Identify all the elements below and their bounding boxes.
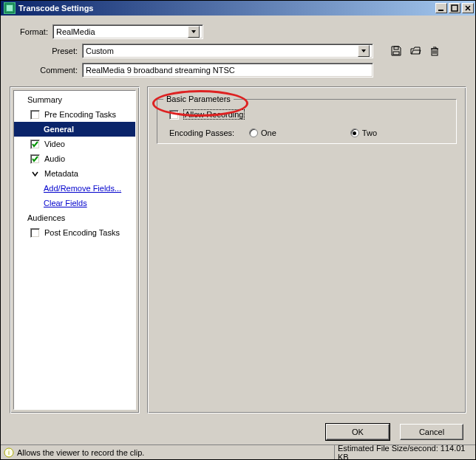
dialog-buttons: OK Cancel <box>1 419 475 444</box>
allow-recording-label[interactable]: Allow Recording <box>183 109 245 120</box>
chevron-down-icon[interactable] <box>30 169 40 179</box>
sidebar-panel: Summary Pre Encoding Tasks General Video <box>10 86 140 413</box>
close-button[interactable] <box>462 3 474 13</box>
minimize-button[interactable] <box>435 3 447 13</box>
titlebar: Transcode Settings <box>1 1 475 16</box>
format-select[interactable]: RealMedia <box>52 24 203 39</box>
sidebar-item-summary[interactable]: Summary <box>14 92 135 107</box>
save-icon[interactable] <box>390 44 403 58</box>
status-bar: i Allows the viewer to record the clip. … <box>1 444 475 459</box>
svg-rect-4 <box>394 47 398 49</box>
format-label: Format: <box>10 27 52 36</box>
info-icon: i <box>4 447 14 458</box>
preset-value: Custom <box>86 47 114 55</box>
svg-rect-2 <box>438 10 443 11</box>
comment-value: RealMedia 9 broadband streaming NTSC <box>86 66 235 75</box>
sidebar-item-video[interactable]: Video <box>14 137 135 151</box>
checkbox-video[interactable] <box>30 140 40 149</box>
svg-rect-1 <box>7 5 13 11</box>
preset-label: Preset: <box>10 47 82 55</box>
delete-icon[interactable] <box>428 44 441 58</box>
window-title: Transcode Settings <box>18 4 434 13</box>
dropdown-arrow-icon <box>188 26 200 38</box>
sidebar-item-audio[interactable]: Audio <box>14 151 135 166</box>
sidebar-item-post-encoding[interactable]: Post Encoding Tasks <box>14 225 135 240</box>
sidebar-item-add-remove-fields[interactable]: Add/Remove Fields... <box>14 181 135 196</box>
radio-one[interactable]: One <box>249 128 276 137</box>
checkbox-audio[interactable] <box>30 154 40 164</box>
comment-label: Comment: <box>10 66 82 75</box>
sidebar-item-pre-encoding[interactable]: Pre Encoding Tasks <box>14 107 135 122</box>
sidebar-item-metadata[interactable]: Metadata <box>14 166 135 181</box>
settings-panel: Basic Parameters Allow Recording Encodin… <box>147 86 466 413</box>
status-filesize: Estimated File Size/second: 114.01 KB <box>338 444 475 461</box>
maximize-button[interactable] <box>449 3 460 13</box>
ok-button[interactable]: OK <box>326 424 390 440</box>
basic-parameters-fieldset: Basic Parameters Allow Recording Encodin… <box>157 95 457 144</box>
svg-text:i: i <box>8 449 10 456</box>
checkbox-allow-recording[interactable] <box>169 110 179 120</box>
cancel-button[interactable]: Cancel <box>400 424 463 440</box>
status-hint: Allows the viewer to record the clip. <box>17 448 144 457</box>
basic-parameters-legend: Basic Parameters <box>163 95 234 103</box>
top-form: Format: RealMedia Preset: Custom <box>1 16 475 85</box>
sidebar-item-audiences[interactable]: Audiences <box>14 210 135 225</box>
sidebar-item-general[interactable]: General <box>14 122 135 137</box>
app-icon <box>4 2 16 14</box>
svg-rect-5 <box>393 52 399 55</box>
sidebar-item-clear-fields[interactable]: Clear Fields <box>14 196 135 210</box>
format-value: RealMedia <box>56 27 95 36</box>
comment-input[interactable]: RealMedia 9 broadband streaming NTSC <box>82 63 373 78</box>
encoding-passes-label: Encoding Passes: <box>169 128 234 137</box>
dropdown-arrow-icon <box>358 45 370 57</box>
svg-rect-3 <box>452 5 458 11</box>
radio-two-button[interactable] <box>350 128 359 137</box>
radio-two[interactable]: Two <box>350 128 377 137</box>
checkbox-pre-encoding[interactable] <box>30 110 40 120</box>
checkbox-post-encoding[interactable] <box>30 228 40 238</box>
preset-select[interactable]: Custom <box>82 44 373 58</box>
sidebar-tree: Summary Pre Encoding Tasks General Video <box>13 90 136 410</box>
radio-one-button[interactable] <box>249 128 258 137</box>
open-icon[interactable] <box>409 44 422 58</box>
